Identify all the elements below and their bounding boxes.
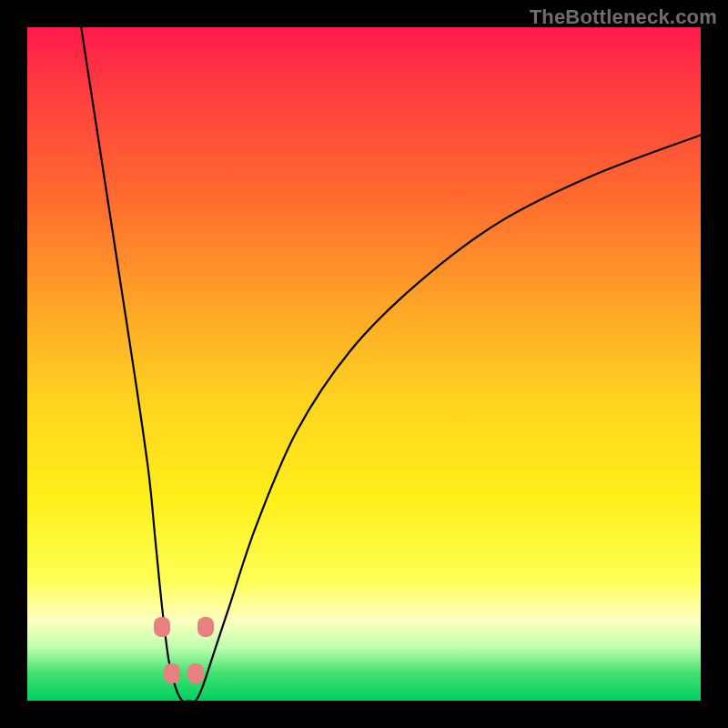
- bottleneck-curve: [27, 27, 701, 701]
- marker-right-shoulder-upper: [197, 617, 214, 637]
- chart-frame: TheBottleneck.com: [0, 0, 728, 728]
- watermark-text: TheBottleneck.com: [530, 5, 717, 29]
- marker-left-shoulder-lower: [164, 663, 180, 683]
- marker-right-shoulder-lower: [187, 663, 204, 683]
- marker-left-shoulder-upper: [154, 617, 170, 637]
- plot-area: [27, 27, 701, 701]
